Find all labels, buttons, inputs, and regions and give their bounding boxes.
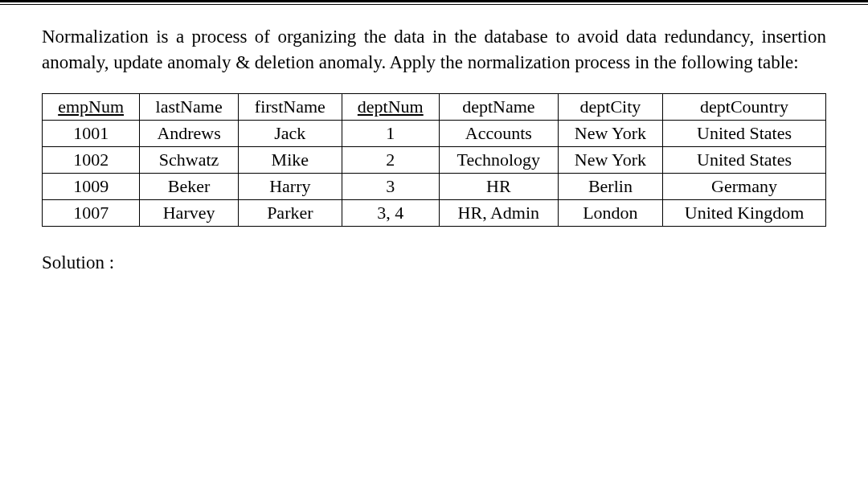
header-firstname: firstName [238,94,342,121]
cell-firstname: Parker [238,200,342,227]
cell-empnum: 1001 [43,121,140,147]
cell-lastname: Schwatz [140,147,239,174]
cell-deptnum: 3, 4 [342,200,439,227]
cell-deptname: Accounts [439,121,558,147]
cell-firstname: Mike [238,147,342,174]
cell-firstname: Jack [238,121,342,147]
cell-deptcity: New York [558,147,662,174]
solution-label: Solution : [42,252,826,273]
page-top-border-thick [0,0,868,2]
cell-empnum: 1009 [43,174,140,200]
header-lastname: lastName [140,94,239,121]
cell-deptnum: 1 [342,121,439,147]
header-deptcountry: deptCountry [663,94,826,121]
cell-empnum: 1007 [43,200,140,227]
cell-empnum: 1002 [43,147,140,174]
cell-deptname: Technology [439,147,558,174]
table-row: 1002 Schwatz Mike 2 Technology New York … [43,147,826,174]
cell-lastname: Beker [140,174,239,200]
employee-dept-table: empNum lastName firstName deptNum deptNa… [42,93,826,227]
table-header-row: empNum lastName firstName deptNum deptNa… [43,94,826,121]
cell-deptcountry: Germany [663,174,826,200]
header-deptname: deptName [439,94,558,121]
cell-firstname: Harry [238,174,342,200]
cell-deptcity: Berlin [558,174,662,200]
cell-deptnum: 2 [342,147,439,174]
cell-lastname: Harvey [140,200,239,227]
cell-deptcity: London [558,200,662,227]
cell-deptnum: 3 [342,174,439,200]
cell-deptcity: New York [558,121,662,147]
cell-deptcountry: United States [663,147,826,174]
header-deptnum: deptNum [342,94,439,121]
header-deptcity: deptCity [558,94,662,121]
cell-deptcountry: United Kingdom [663,200,826,227]
cell-deptname: HR, Admin [439,200,558,227]
header-empnum: empNum [43,94,140,121]
cell-deptcountry: United States [663,121,826,147]
table-row: 1007 Harvey Parker 3, 4 HR, Admin London… [43,200,826,227]
intro-paragraph: Normalization is a process of organizing… [42,24,826,76]
cell-lastname: Andrews [140,121,239,147]
document-content: Normalization is a process of organizing… [0,5,868,273]
table-row: 1009 Beker Harry 3 HR Berlin Germany [43,174,826,200]
table-row: 1001 Andrews Jack 1 Accounts New York Un… [43,121,826,147]
cell-deptname: HR [439,174,558,200]
table-body: 1001 Andrews Jack 1 Accounts New York Un… [43,121,826,227]
